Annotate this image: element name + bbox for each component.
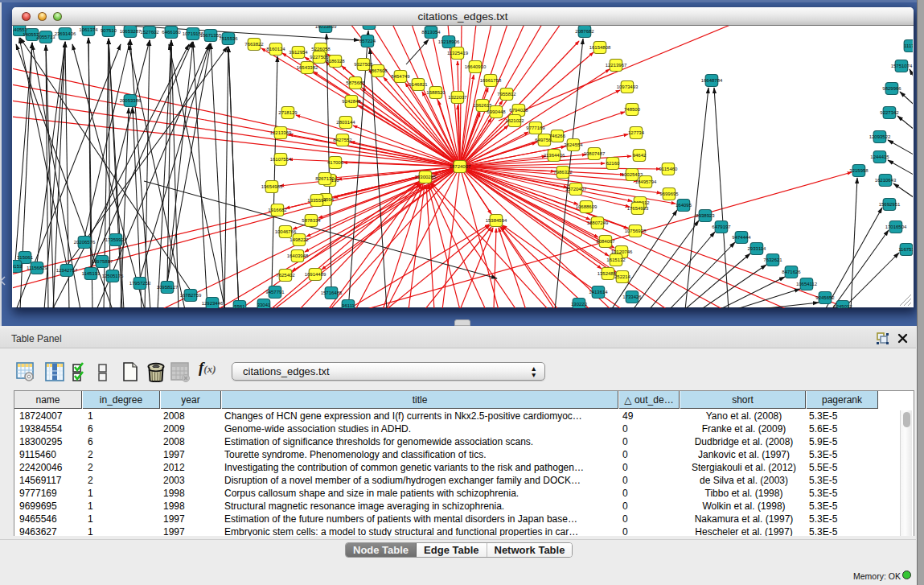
svg-text:5875685: 5875685 [346, 80, 365, 85]
svg-text:1621022: 1621022 [505, 118, 524, 123]
svg-text:15751074: 15751074 [891, 64, 913, 68]
svg-text:11325419: 11325419 [447, 51, 469, 56]
svg-text:907510: 907510 [101, 28, 117, 33]
svg-text:8454749: 8454749 [391, 74, 410, 79]
svg-text:164095: 164095 [676, 203, 692, 208]
svg-text:16914489: 16914489 [305, 272, 326, 277]
svg-text:19654985: 19654985 [261, 184, 283, 189]
svg-text:1061374: 1061374 [79, 27, 98, 32]
svg-text:16107554: 16107554 [270, 157, 292, 162]
svg-text:5878334: 5878334 [302, 218, 321, 223]
svg-text:8813054: 8813054 [421, 30, 441, 35]
svg-text:10807487: 10807487 [584, 151, 606, 156]
svg-text:127734: 127734 [628, 130, 645, 135]
svg-text:10654112: 10654112 [796, 282, 818, 286]
svg-text:12923446: 12923446 [202, 301, 224, 306]
svg-text:9245652: 9245652 [815, 295, 835, 300]
svg-text:8186328: 8186328 [326, 59, 345, 64]
svg-text:18495794: 18495794 [635, 179, 657, 184]
svg-text:8160124: 8160124 [266, 47, 285, 51]
svg-text:10973493: 10973493 [617, 84, 639, 89]
svg-text:8471626: 8471626 [782, 270, 801, 274]
svg-text:7515536: 7515536 [219, 36, 238, 41]
svg-text:8427552: 8427552 [333, 138, 352, 142]
svg-text:2718129: 2718129 [278, 110, 298, 115]
svg-text:16210643: 16210643 [875, 178, 897, 183]
svg-text:857224: 857224 [359, 39, 376, 43]
svg-text:9245012: 9245012 [833, 304, 852, 309]
svg-text:8938923: 8938923 [696, 213, 715, 218]
svg-text:12505175: 12505175 [102, 274, 124, 278]
svg-text:17359924: 17359924 [105, 237, 127, 242]
svg-text:1244415: 1244415 [870, 154, 889, 159]
svg-text:19218906: 19218906 [438, 39, 460, 44]
svg-text:20053386: 20053386 [120, 98, 142, 103]
svg-text:18807249: 18807249 [587, 220, 609, 225]
svg-text:12213967: 12213967 [606, 63, 627, 68]
svg-text:96111: 96111 [342, 303, 355, 308]
svg-text:10688609: 10688609 [576, 204, 598, 209]
svg-text:1413614: 1413614 [589, 290, 608, 295]
svg-text:9457791: 9457791 [265, 290, 285, 295]
svg-text:15716485: 15716485 [321, 290, 343, 295]
svg-text:1588520: 1588520 [426, 90, 446, 95]
svg-text:7986322: 7986322 [553, 170, 573, 175]
svg-text:315061: 315061 [17, 255, 34, 260]
svg-text:15384594: 15384594 [486, 218, 507, 223]
svg-text:9115460: 9115460 [659, 167, 679, 171]
svg-text:417006: 417006 [327, 160, 344, 165]
svg-text:2933114: 2933114 [748, 246, 767, 251]
svg-text:6990448: 6990448 [487, 109, 506, 114]
svg-text:10653287: 10653287 [120, 29, 142, 34]
svg-text:746266: 746266 [549, 134, 566, 138]
svg-text:17957253: 17957253 [129, 281, 151, 286]
svg-text:12213369: 12213369 [270, 130, 292, 135]
svg-text:1916682: 1916682 [268, 208, 287, 212]
svg-text:1145191: 1145191 [82, 271, 101, 276]
svg-text:21364436: 21364436 [544, 153, 565, 158]
svg-text:2055713: 2055713 [36, 35, 55, 39]
svg-text:9777169: 9777169 [526, 126, 545, 130]
svg-text:6466160: 6466160 [162, 30, 181, 35]
svg-text:33041: 33041 [257, 303, 271, 307]
svg-text:16543382: 16543382 [297, 65, 318, 70]
svg-text:9242848: 9242848 [342, 99, 361, 104]
svg-text:9829966: 9829966 [882, 86, 901, 91]
svg-text:16961758: 16961758 [480, 78, 502, 83]
svg-text:7625402: 7625402 [276, 273, 295, 278]
svg-text:6479197: 6479197 [712, 225, 731, 229]
svg-text:16782759: 16782759 [180, 293, 202, 298]
svg-text:16648784: 16648784 [701, 78, 723, 83]
svg-text:1498222: 1498222 [290, 237, 309, 242]
svg-text:62160: 62160 [606, 161, 620, 166]
svg-text:8267130: 8267130 [315, 176, 335, 181]
svg-text:11174: 11174 [904, 43, 917, 48]
svg-text:16033839: 16033839 [315, 24, 337, 29]
svg-text:7955812: 7955812 [497, 92, 516, 97]
svg-text:20206576: 20206576 [74, 240, 96, 245]
svg-text:9111484: 9111484 [360, 21, 379, 26]
svg-text:9227342: 9227342 [880, 110, 899, 115]
svg-text:1335594: 1335594 [307, 198, 326, 203]
svg-text:94642: 94642 [633, 153, 647, 158]
svg-text:3624554: 3624554 [564, 142, 583, 147]
svg-text:10046766: 10046766 [275, 229, 297, 234]
svg-text:3912954: 3912954 [289, 50, 308, 55]
svg-text:15720407: 15720407 [565, 187, 587, 192]
svg-text:12093522: 12093522 [869, 134, 891, 139]
svg-text:2087682: 2087682 [575, 29, 594, 34]
svg-text:2803144: 2803144 [336, 120, 355, 125]
svg-text:17654923: 17654923 [627, 206, 649, 211]
svg-text:116753: 116753 [898, 247, 914, 252]
svg-text:1527602: 1527602 [140, 30, 159, 35]
svg-text:23691406: 23691406 [55, 31, 76, 36]
svg-text:9699695: 9699695 [659, 192, 679, 196]
svg-text:1733426: 1733426 [622, 295, 642, 299]
svg-text:16640910: 16640910 [465, 64, 487, 69]
svg-text:10975857: 10975857 [92, 259, 113, 264]
svg-text:6794028: 6794028 [509, 108, 528, 113]
svg-text:2867608: 2867608 [368, 68, 388, 73]
svg-text:23300285: 23300285 [415, 175, 437, 179]
svg-text:10756928: 10756928 [625, 229, 647, 233]
svg-text:252214: 252214 [614, 274, 631, 279]
